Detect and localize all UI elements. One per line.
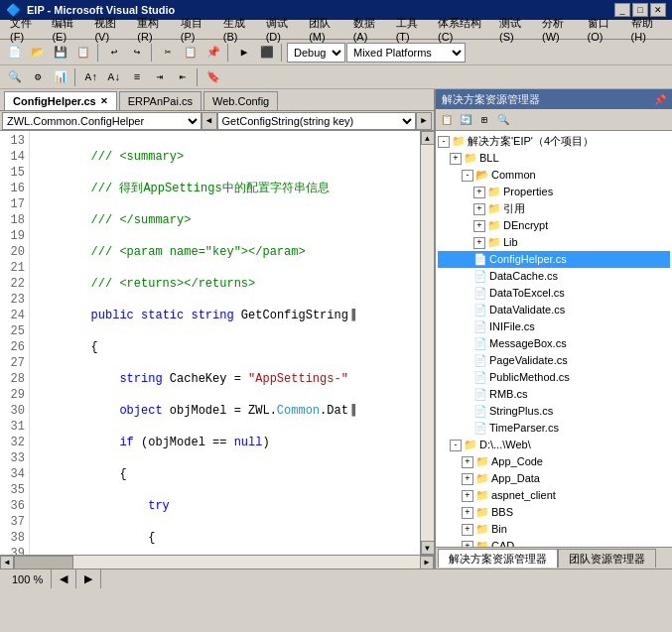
toggle-web[interactable]: - xyxy=(450,440,462,451)
menu-h[interactable]: 帮助(H) xyxy=(625,14,668,45)
pin-icon[interactable]: 📌 xyxy=(654,94,666,105)
scroll-down-btn[interactable]: ▼ xyxy=(421,541,435,555)
source-code[interactable]: /// <summary> /// 得到AppSettings中的配置字符串信息… xyxy=(30,131,420,555)
tab-erpanpai[interactable]: ERPAnPai.cs xyxy=(119,91,202,110)
menu-d[interactable]: 调试(D) xyxy=(260,14,303,45)
stop-btn[interactable]: ⬛ xyxy=(256,43,278,63)
menu-p[interactable]: 项目(P) xyxy=(175,14,217,45)
tab-team-explorer[interactable]: 团队资源管理器 xyxy=(558,549,656,568)
horizontal-scrollbar[interactable]: ◀ ▶ xyxy=(0,555,434,569)
tree-bin[interactable]: + 📁 Bin xyxy=(438,521,670,538)
tree-datacache[interactable]: 📄 DataCache.cs xyxy=(438,268,670,285)
class-dropdown[interactable]: ZWL.Common.ConfigHelper xyxy=(2,112,202,130)
debug-config-dropdown[interactable]: Debug xyxy=(287,43,345,63)
toggle-solution[interactable]: - xyxy=(438,136,450,148)
tree-dencrypt[interactable]: + 📁 DEncrypt xyxy=(438,217,670,234)
scroll-right-btn[interactable]: ▶ xyxy=(420,556,434,569)
toggle-appdata[interactable]: + xyxy=(462,473,473,485)
undo-btn[interactable]: ↩ xyxy=(103,43,125,63)
menu-m[interactable]: 团队(M) xyxy=(303,14,347,45)
toggle-lib[interactable]: + xyxy=(473,237,485,249)
toggle-bin[interactable]: + xyxy=(462,524,473,536)
redo-btn[interactable]: ↪ xyxy=(126,43,148,63)
code-lines-area[interactable]: 13 14 15 16 17 18 19 20 21 22 23 24 25 2… xyxy=(0,131,420,555)
new-btn[interactable]: 📄 xyxy=(4,43,26,63)
toggle-references[interactable]: + xyxy=(473,203,485,215)
vertical-scrollbar[interactable]: ▲ ▼ xyxy=(420,131,434,555)
menu-a[interactable]: 数据(A) xyxy=(347,14,390,45)
solution-explorer-content[interactable]: - 📁 解决方案'EIP'（4个项目） + 📁 BLL - 📂 Common xyxy=(436,131,672,547)
nav-arrow-right[interactable]: ▶ xyxy=(416,112,432,130)
tree-datavalidate[interactable]: 📄 DataValidate.cs xyxy=(438,302,670,318)
toggle-bll[interactable]: + xyxy=(450,153,462,165)
tree-web[interactable]: - 📁 D:\...\Web\ xyxy=(438,437,670,453)
tab-webconfig[interactable]: Web.Config xyxy=(203,91,278,110)
tb2-btn5[interactable]: A↓ xyxy=(103,67,125,87)
cut-btn[interactable]: ✂ xyxy=(157,43,179,63)
menu-t[interactable]: 工具(T) xyxy=(390,14,432,45)
method-dropdown[interactable]: GetConfigString(string key) xyxy=(217,112,417,130)
tree-references[interactable]: + 📁 引用 xyxy=(438,200,670,217)
tb2-btn1[interactable]: 🔍 xyxy=(4,67,26,87)
h-scroll-thumb[interactable] xyxy=(14,556,73,569)
toggle-bbs[interactable]: + xyxy=(462,507,473,519)
tree-datatoexcel[interactable]: 📄 DataToExcel.cs xyxy=(438,285,670,302)
scroll-track[interactable] xyxy=(421,145,435,541)
tree-common[interactable]: - 📂 Common xyxy=(438,167,670,184)
menu-r[interactable]: 重构(R) xyxy=(131,14,174,45)
scroll-right-status[interactable]: ▶ xyxy=(76,569,101,588)
tree-lib[interactable]: + 📁 Lib xyxy=(438,234,670,251)
tab-solution-explorer[interactable]: 解决方案资源管理器 xyxy=(438,549,558,568)
tree-publicmethod[interactable]: 📄 PublicMethod.cs xyxy=(438,369,670,386)
toggle-aspnetclient[interactable]: + xyxy=(462,490,473,502)
platform-dropdown[interactable]: Mixed Platforms xyxy=(346,43,466,63)
tb2-btn6[interactable]: ≡ xyxy=(126,67,148,87)
toggle-properties[interactable]: + xyxy=(473,187,485,198)
scroll-left-status[interactable]: ◀ xyxy=(52,569,76,588)
start-btn[interactable]: ▶ xyxy=(233,43,255,63)
menu-s[interactable]: 测试(S) xyxy=(493,14,536,45)
tree-confighelper[interactable]: 📄 ConfigHelper.cs xyxy=(438,251,670,268)
panel-btn4[interactable]: 🔍 xyxy=(494,112,512,128)
tab-close-icon[interactable]: ✕ xyxy=(100,96,108,106)
tb2-btn7[interactable]: ⇥ xyxy=(149,67,171,87)
menu-c[interactable]: 体系结构(C) xyxy=(432,14,493,45)
toggle-dencrypt[interactable]: + xyxy=(473,220,485,232)
tree-appdata[interactable]: + 📁 App_Data xyxy=(438,470,670,487)
tb2-btn3[interactable]: 📊 xyxy=(50,67,71,87)
tree-pagevalidate[interactable]: 📄 PageValidate.cs xyxy=(438,352,670,369)
panel-btn2[interactable]: 🔄 xyxy=(457,112,474,128)
tab-confighelper[interactable]: ConfigHelper.cs ✕ xyxy=(4,91,117,110)
menu-o[interactable]: 窗口(O) xyxy=(582,14,625,45)
panel-btn1[interactable]: 📋 xyxy=(438,112,456,128)
tb2-btn2[interactable]: ⚙ xyxy=(27,67,49,87)
open-btn[interactable]: 📂 xyxy=(27,43,49,63)
h-scroll-track[interactable] xyxy=(14,556,420,569)
tree-bbs[interactable]: + 📁 BBS xyxy=(438,504,670,521)
tb2-btn8[interactable]: ⇤ xyxy=(172,67,194,87)
tree-appcode[interactable]: + 📁 App_Code xyxy=(438,453,670,470)
toggle-common[interactable]: - xyxy=(462,170,473,182)
tree-rmb[interactable]: 📄 RMB.cs xyxy=(438,386,670,403)
tree-stringplus[interactable]: 📄 StringPlus.cs xyxy=(438,403,670,420)
menu-e[interactable]: 编辑(E) xyxy=(46,14,88,45)
menu-b[interactable]: 生成(B) xyxy=(217,14,260,45)
tree-aspnetclient[interactable]: + 📁 aspnet_client xyxy=(438,487,670,504)
tree-solution-root[interactable]: - 📁 解决方案'EIP'（4个项目） xyxy=(438,133,670,150)
save-btn[interactable]: 💾 xyxy=(50,43,71,63)
tree-cad[interactable]: + 📁 CAD xyxy=(438,538,670,547)
menu-v[interactable]: 视图(V) xyxy=(88,14,131,45)
paste-btn[interactable]: 📌 xyxy=(202,43,224,63)
menu-w[interactable]: 分析(W) xyxy=(536,14,582,45)
tree-timeparser[interactable]: 📄 TimeParser.cs xyxy=(438,420,670,437)
tree-messagebox[interactable]: 📄 MessageBox.cs xyxy=(438,335,670,352)
save-all-btn[interactable]: 📋 xyxy=(72,43,94,63)
menu-f[interactable]: 文件(F) xyxy=(4,14,46,45)
toggle-appcode[interactable]: + xyxy=(462,456,473,468)
copy-btn[interactable]: 📋 xyxy=(180,43,202,63)
tb2-btn4[interactable]: A↑ xyxy=(80,67,102,87)
nav-arrow-left[interactable]: ◀ xyxy=(202,112,217,130)
tree-properties[interactable]: + 📁 Properties xyxy=(438,184,670,200)
scroll-up-btn[interactable]: ▲ xyxy=(421,131,435,145)
panel-btn3[interactable]: ⊞ xyxy=(475,112,493,128)
